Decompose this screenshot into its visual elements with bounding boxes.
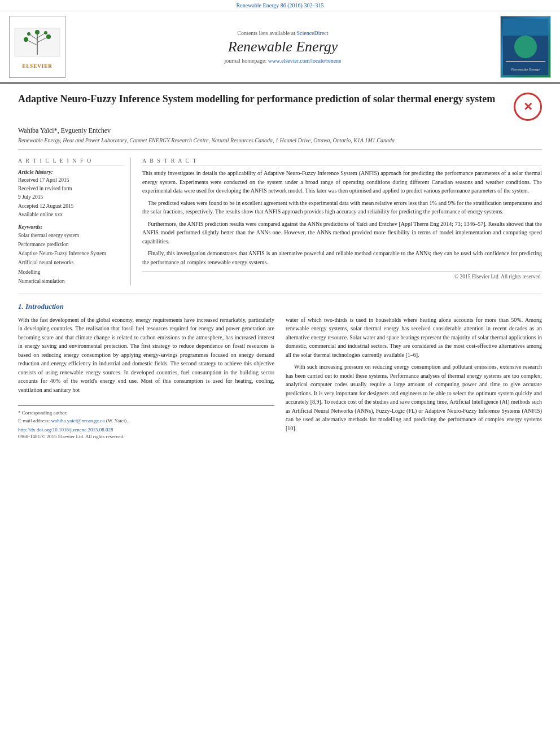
svg-text:Renewable Energy: Renewable Energy	[511, 68, 540, 71]
affiliation-text: Renewable Energy, Heat and Power Laborat…	[18, 137, 542, 150]
available-online: Available online xxx	[18, 211, 124, 219]
abstract-para-1: This study investigates in details the a…	[142, 169, 542, 195]
intro-para-right-1: water of which two-thirds is used in hou…	[286, 316, 542, 360]
abstract-para-4: Finally, this investigation demonstrates…	[142, 249, 542, 267]
journal-homepage-link[interactable]: www.elsevier.com/locate/renene	[268, 58, 342, 64]
paper-title: Adaptive Neuro-Fuzzy Inference System mo…	[18, 93, 508, 106]
svg-rect-14	[506, 61, 545, 62]
journal-citation-bar: Renewable Energy 86 (2016) 302–315	[0, 0, 560, 11]
svg-point-9	[44, 31, 47, 34]
article-dates: Received 17 April 2015 Received in revis…	[18, 176, 124, 219]
svg-point-13	[514, 36, 537, 58]
journal-header: ELSEVIER Contents lists available at Sci…	[0, 11, 560, 84]
intro-left-text: With the fast development of the global …	[18, 316, 274, 395]
abstract-column: A B S T R A C T This study investigates …	[142, 158, 542, 286]
keyword-5: Modelling	[18, 268, 124, 277]
article-info-heading: A R T I C L E I N F O	[18, 158, 124, 165]
intro-para-1: With the fast development of the global …	[18, 316, 274, 395]
intro-para-right-2: With such increasing pressure on reducin…	[286, 362, 542, 433]
keyword-6: Numerical simulation	[18, 277, 124, 286]
doi-link[interactable]: http://dx.doi.org/10.1016/j.renene.2015.…	[18, 427, 113, 433]
email-note: E-mail address: wahiba.yaici@nrcan.gc.ca…	[18, 417, 274, 425]
svg-point-10	[35, 30, 40, 34]
journal-title-block: Contents lists available at ScienceDirec…	[71, 16, 495, 78]
keyword-3: Adaptive Neuro-Fuzzy Inference System	[18, 249, 124, 258]
keywords-label: Keywords:	[18, 224, 124, 230]
elsevier-logo-svg	[12, 25, 63, 62]
elsevier-logo: ELSEVIER	[9, 16, 65, 78]
accepted-date: Accepted 12 August 2015	[18, 202, 124, 211]
sciencedirect-link[interactable]: ScienceDirect	[296, 30, 328, 36]
svg-point-6	[24, 37, 28, 42]
journal-homepage-line: journal homepage: www.elsevier.com/locat…	[224, 58, 341, 64]
svg-point-8	[27, 32, 30, 36]
copyright-line: © 2015 Elsevier Ltd. All rights reserved…	[142, 271, 542, 279]
article-history-label: Article history:	[18, 169, 124, 175]
footnote-section: * Corresponding author. E-mail address: …	[18, 405, 274, 439]
crossmark-logo[interactable]	[514, 93, 542, 121]
author-email-link[interactable]: wahiba.yaici@nrcan.gc.ca	[51, 418, 104, 423]
issn-line: 0960-1481/© 2015 Elsevier Ltd. All right…	[18, 434, 274, 439]
received-date: Received 17 April 2015	[18, 176, 124, 185]
abstract-heading: A B S T R A C T	[142, 158, 542, 165]
keywords-list: Solar thermal energy system Performance …	[18, 231, 124, 286]
corresponding-author-note: * Corresponding author.	[18, 409, 274, 417]
intro-heading: 1. Introduction	[18, 302, 542, 311]
intro-right-text: water of which two-thirds is used in hou…	[286, 316, 542, 433]
intro-left-column: With the fast development of the global …	[18, 316, 274, 440]
article-info-column: A R T I C L E I N F O Article history: R…	[18, 158, 131, 286]
section-divider	[18, 294, 542, 294]
journal-cover-image: Renewable Energy	[500, 16, 551, 78]
elsevier-brand-text: ELSEVIER	[22, 63, 53, 69]
intro-right-column: water of which two-thirds is used in hou…	[286, 316, 542, 440]
svg-rect-12	[503, 19, 548, 36]
revised-date: 9 July 2015	[18, 193, 124, 202]
cover-svg: Renewable Energy	[503, 19, 548, 75]
received-revised-label: Received in revised form	[18, 185, 124, 193]
article-content: Adaptive Neuro-Fuzzy Inference System mo…	[0, 84, 560, 448]
keyword-1: Solar thermal energy system	[18, 231, 124, 240]
keyword-4: Artificial neural networks	[18, 258, 124, 267]
abstract-para-2: The predicted values were found to be in…	[142, 199, 542, 216]
abstract-text: This study investigates in details the a…	[142, 169, 542, 267]
keyword-2: Performance prediction	[18, 240, 124, 249]
authors-line: Wahiba Yaïci*, Evgueniy Entchev	[18, 126, 542, 135]
journal-citation-text: Renewable Energy 86 (2016) 302–315	[237, 2, 324, 8]
journal-name-title: Renewable Energy	[228, 38, 338, 55]
article-info-abstract-section: A R T I C L E I N F O Article history: R…	[18, 158, 542, 286]
intro-section: With the fast development of the global …	[18, 316, 542, 440]
abstract-para-3: Furthermore, the ANFIS prediction result…	[142, 220, 542, 246]
authors-text: Wahiba Yaïci*, Evgueniy Entchev	[18, 126, 111, 134]
contents-line: Contents lists available at ScienceDirec…	[237, 30, 328, 36]
svg-point-7	[46, 34, 51, 39]
doi-line[interactable]: http://dx.doi.org/10.1016/j.renene.2015.…	[18, 427, 274, 433]
paper-title-row: Adaptive Neuro-Fuzzy Inference System mo…	[18, 93, 542, 121]
